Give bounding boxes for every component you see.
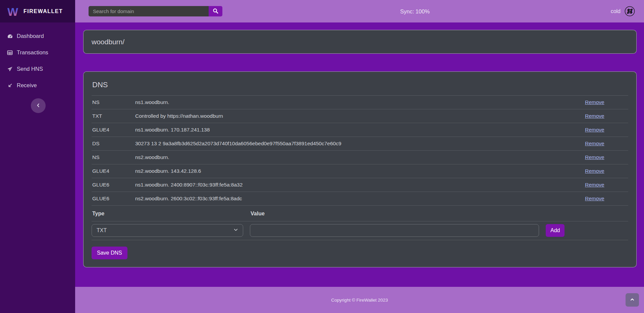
record-type: TXT bbox=[92, 109, 135, 123]
chevron-down-icon bbox=[233, 227, 238, 233]
remove-record-link[interactable]: Remove bbox=[585, 154, 604, 160]
record-value: ns2.woodburn. 2600:3c02::f03c:93ff:fe5a:… bbox=[135, 192, 584, 206]
record-type-selected-value: TXT bbox=[97, 227, 107, 233]
sidebar-item-transactions[interactable]: Transactions bbox=[0, 44, 75, 61]
remove-record-link[interactable]: Remove bbox=[585, 196, 604, 201]
remove-record-link[interactable]: Remove bbox=[585, 113, 604, 119]
topbar: Sync: 100% cold H bbox=[75, 0, 644, 22]
sidebar-item-receive[interactable]: Receive bbox=[0, 77, 75, 94]
dns-record-row: NS ns1.woodburn. Remove bbox=[92, 96, 628, 109]
record-value: 30273 13 2 9a3a8fb3d625d2a2073d740f10da6… bbox=[135, 137, 584, 151]
dns-record-row: DS 30273 13 2 9a3a8fb3d625d2a2073d740f10… bbox=[92, 137, 628, 151]
svg-text:H: H bbox=[627, 7, 633, 15]
record-value-input[interactable] bbox=[250, 224, 539, 237]
paper-plane-icon bbox=[7, 66, 13, 72]
table-icon bbox=[7, 50, 13, 55]
wallet-indicator[interactable]: cold H bbox=[611, 6, 635, 17]
type-column-header: Type bbox=[92, 211, 244, 217]
dns-record-row: NS ns2.woodburn. Remove bbox=[92, 151, 628, 164]
handshake-logo-icon: H bbox=[624, 6, 635, 17]
record-value: ns1.woodburn. 2400:8907::f03c:93ff:fe5a:… bbox=[135, 178, 584, 192]
sidebar-item-label: Send HNS bbox=[17, 66, 43, 72]
record-value: ns1.woodburn. bbox=[135, 96, 584, 109]
firewallet-logo-icon: W bbox=[6, 5, 19, 18]
dns-record-row: GLUE4 ns1.woodburn. 170.187.241.138 Remo… bbox=[92, 123, 628, 137]
remove-record-link[interactable]: Remove bbox=[585, 99, 604, 105]
dns-card-title: DNS bbox=[92, 81, 628, 89]
domain-search bbox=[89, 6, 222, 16]
dns-record-row: GLUE6 ns2.woodburn. 2600:3c02::f03c:93ff… bbox=[92, 192, 628, 206]
record-value: ns2.woodburn. bbox=[135, 151, 584, 164]
add-record-button[interactable]: Add bbox=[546, 224, 565, 237]
chevron-left-icon bbox=[36, 103, 41, 109]
remove-record-link[interactable]: Remove bbox=[585, 168, 604, 174]
remove-record-link[interactable]: Remove bbox=[585, 182, 604, 188]
svg-text:W: W bbox=[7, 5, 18, 18]
firewallet-app: W FIREWALLET Dashboard bbox=[0, 0, 644, 313]
record-type: GLUE4 bbox=[92, 123, 135, 137]
value-column-header: Value bbox=[251, 211, 540, 217]
sidebar-item-dashboard[interactable]: Dashboard bbox=[0, 28, 75, 44]
remove-record-link[interactable]: Remove bbox=[585, 141, 604, 146]
main-content: woodburn/ DNS NS ns1.woodburn. Remove TX… bbox=[75, 22, 644, 287]
domain-search-input[interactable] bbox=[89, 6, 209, 16]
record-type: GLUE6 bbox=[92, 178, 135, 192]
record-type-select[interactable]: TXT bbox=[92, 224, 243, 237]
record-value: Controlled by https://nathan.woodburn bbox=[135, 109, 584, 123]
dns-record-row: GLUE6 ns1.woodburn. 2400:8907::f03c:93ff… bbox=[92, 178, 628, 192]
record-value: ns2.woodburn. 143.42.128.6 bbox=[135, 164, 584, 178]
arrow-down-left-icon bbox=[7, 83, 13, 88]
domain-title: woodburn/ bbox=[92, 38, 124, 46]
sidebar-item-label: Receive bbox=[17, 82, 37, 89]
sidebar: W FIREWALLET Dashboard bbox=[0, 0, 75, 313]
dns-card: DNS NS ns1.woodburn. Remove TXT Controll… bbox=[83, 71, 637, 267]
content-column: Sync: 100% cold H woodburn/ DNS bbox=[75, 0, 644, 313]
dns-form-row: TXT Add bbox=[92, 221, 628, 240]
gauge-icon bbox=[7, 33, 13, 39]
sync-status: Sync: 100% bbox=[400, 8, 430, 14]
record-type: DS bbox=[92, 137, 135, 151]
copyright-text: Copyright © FireWallet 2023 bbox=[331, 298, 388, 303]
record-type: NS bbox=[92, 151, 135, 164]
dns-form-headers: Type Value bbox=[92, 206, 628, 221]
dns-record-row: TXT Controlled by https://nathan.woodbur… bbox=[92, 109, 628, 123]
record-type: GLUE6 bbox=[92, 192, 135, 206]
sidebar-nav: Dashboard Transactions bbox=[0, 22, 75, 94]
domain-title-card: woodburn/ bbox=[83, 30, 637, 54]
save-dns-button[interactable]: Save DNS bbox=[92, 247, 127, 259]
sidebar-item-label: Dashboard bbox=[17, 33, 44, 39]
scroll-to-top-button[interactable] bbox=[626, 293, 639, 307]
sidebar-collapse-button[interactable] bbox=[31, 98, 46, 113]
record-type: GLUE4 bbox=[92, 164, 135, 178]
record-type: NS bbox=[92, 96, 135, 109]
footer: Copyright © FireWallet 2023 bbox=[75, 287, 644, 313]
sidebar-item-label: Transactions bbox=[17, 49, 48, 56]
search-icon bbox=[213, 8, 218, 15]
remove-record-link[interactable]: Remove bbox=[585, 127, 604, 133]
chevron-up-icon bbox=[630, 297, 635, 303]
dns-records-table: NS ns1.woodburn. Remove TXT Controlled b… bbox=[92, 95, 628, 206]
search-button[interactable] bbox=[209, 6, 222, 16]
sidebar-item-send-hns[interactable]: Send HNS bbox=[0, 61, 75, 77]
app-title: FIREWALLET bbox=[23, 8, 63, 14]
app-logo: W FIREWALLET bbox=[0, 0, 75, 22]
dns-record-row: GLUE4 ns2.woodburn. 143.42.128.6 Remove bbox=[92, 164, 628, 178]
wallet-name: cold bbox=[611, 8, 621, 14]
record-value: ns1.woodburn. 170.187.241.138 bbox=[135, 123, 584, 137]
